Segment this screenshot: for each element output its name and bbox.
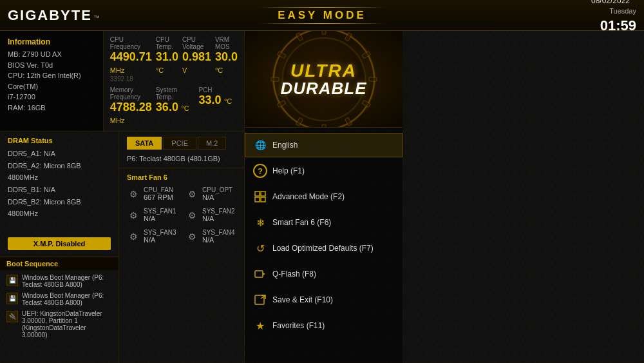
boot-item-1: 💾 Windows Boot Manager (P6: Teclast 480G… [6, 292, 112, 306]
cpu-temp-label: CPU Temp. [156, 36, 178, 50]
menu-item-favorites[interactable]: ★ Favorites (F11) [245, 313, 402, 338]
fan-item-sys2: ⚙ SYS_FAN2 N/A [185, 206, 236, 224]
boot-label-2: UEFI: KingstonDataTraveler 3.00000, Part… [22, 310, 112, 338]
menu-item-help[interactable]: ? Help (F1) [245, 159, 402, 183]
cpu-freq-value: 4490.71 [110, 50, 152, 63]
tab-pcie[interactable]: PCIE [163, 137, 196, 150]
menu-label-defaults: Load Optimized Defaults (F7) [272, 244, 374, 253]
pch-label: PCH [198, 86, 238, 93]
dram-row-0: DDR5_A1: N/A [8, 148, 111, 160]
cpu-freq-sub: 3392.18 [110, 75, 152, 83]
fan-panel: Smart Fan 6 ⚙ CPU_FAN 667 RPM ⚙ [119, 168, 244, 363]
boot-label-1: Windows Boot Manager (P6: Teclast 480GB … [22, 292, 112, 306]
advanced-icon [253, 190, 267, 204]
mode-line-bottom [258, 23, 386, 24]
saveexit-icon [253, 293, 267, 307]
svg-rect-16 [255, 197, 260, 202]
cpu-temp-stat: CPU Temp. 31.0 °C [156, 36, 178, 83]
sys-temp-unit: °C [181, 104, 189, 112]
storage-tabs: SATA PCIE M.2 [127, 137, 236, 150]
left-column: Information MB: Z790 UD AX BIOS Ver. T0d… [0, 31, 245, 363]
cpu-volt-unit: V [182, 66, 187, 74]
menu-label-saveexit: Save & Exit (F10) [272, 295, 333, 304]
bios-registered: ® [632, 0, 636, 1]
mem-freq-label: Memory Frequency [110, 86, 152, 101]
main-area: Information MB: Z790 UD AX BIOS Ver. T0d… [0, 31, 644, 363]
fan-rpm-cpu: 667 RPM [144, 193, 173, 201]
mem-freq-value: 4788.28 [110, 101, 152, 113]
ultra-durable-logo: ULTRA DURABLE [245, 31, 402, 128]
dram-panel: DRAM Status DDR5_A1: N/A DDR5_A2: Micron… [0, 132, 118, 227]
boot-icon-2: 🔌 [6, 311, 18, 322]
right-menu: 🌐 English ? Help (F1) [245, 128, 402, 363]
menu-label-advanced: Advanced Mode (F2) [272, 192, 345, 201]
fan-rpm-sys3: N/A [144, 236, 176, 244]
fan-title: Smart Fan 6 [127, 173, 236, 181]
ultra-text: ULTRA DURABLE [280, 62, 366, 97]
cpu-freq-label: CPU Frequency [110, 36, 152, 50]
cpu-freq-unit: MHz [110, 66, 125, 74]
right-column: ULTRA DURABLE 🌐 English ? Help (F1) [245, 31, 402, 363]
fan-name-cpu: CPU_FAN [144, 186, 173, 193]
mode-title-area: EASY MODE [258, 6, 386, 25]
cpu-volt-value: 0.981 [182, 50, 211, 63]
svg-rect-2 [322, 31, 326, 34]
mem-freq-unit: MHz [110, 117, 125, 124]
menu-item-qflash[interactable]: Q-Flash (F8) [245, 262, 402, 286]
mem-freq-stat: Memory Frequency 4788.28 MHz [110, 86, 152, 126]
cpu-temp-value: 31.0 [156, 50, 178, 63]
fan-icon-sys1: ⚙ [127, 209, 140, 222]
dram-area: DRAM Status DDR5_A1: N/A DDR5_A2: Micron… [0, 132, 119, 363]
boot-label-0: Windows Boot Manager (P6: Teclast 480GB … [22, 274, 112, 288]
fan-item-cpuopt: ⚙ CPU_OPT N/A [185, 184, 236, 203]
cpu2-info: i7-12700 [8, 92, 95, 103]
fan-rpm-cpuopt: N/A [202, 193, 232, 201]
menu-item-defaults[interactable]: ↺ Load Optimized Defaults (F7) [245, 236, 402, 260]
menu-item-english[interactable]: 🌐 English [245, 133, 402, 157]
boot-icon-1: 💾 [6, 293, 18, 304]
dram-title: DRAM Status [8, 137, 111, 144]
fan-name-sys3: SYS_FAN3 [144, 229, 176, 236]
mb-info: MB: Z790 UD AX [8, 49, 95, 60]
fan-name-sys2: SYS_FAN2 [202, 208, 235, 215]
saveexit-icon-svg [254, 295, 266, 305]
date-display: 08/02/2022 ® [591, 0, 636, 6]
cpu-freq-stat: CPU Frequency 4490.71 MHz 3392.18 [110, 36, 152, 83]
pch-value: 33.0 [198, 93, 221, 106]
gigabyte-logo: GIGABYTE ™ [8, 7, 100, 24]
menu-item-advanced[interactable]: Advanced Mode (F2) [245, 184, 402, 209]
vrm-label: VRM MOS [215, 36, 238, 50]
boot-item-2: 🔌 UEFI: KingstonDataTraveler 3.00000, Pa… [6, 310, 112, 338]
vrm-stat: VRM MOS 30.0 °C [215, 36, 238, 83]
fan-grid: ⚙ CPU_FAN 667 RPM ⚙ CPU_OPT N/A [127, 184, 236, 246]
menu-item-saveexit[interactable]: Save & Exit (F10) [245, 288, 402, 312]
fan-icon-sys4: ⚙ [185, 230, 198, 243]
fan-item-cpu: ⚙ CPU_FAN 667 RPM [127, 184, 178, 203]
sys-temp-label: System Temp. [156, 86, 195, 101]
info-title: Information [8, 37, 95, 46]
bottom-left-area: DRAM Status DDR5_A1: N/A DDR5_A2: Micron… [0, 132, 244, 363]
tab-sata[interactable]: SATA [127, 137, 162, 150]
svg-rect-11 [271, 77, 279, 81]
cpu-stats-panel: CPU Frequency 4490.71 MHz 3392.18 CPU Te… [104, 31, 244, 131]
menu-item-smartfan[interactable]: ❄ Smart Fan 6 (F6) [245, 210, 402, 235]
fan-name-sys4: SYS_FAN4 [202, 229, 235, 236]
fan-rpm-sys2: N/A [202, 215, 235, 222]
mode-line-top [258, 7, 386, 8]
dram-row-2: DDR5_B1: N/A [8, 184, 111, 196]
qflash-icon-svg [254, 269, 266, 279]
xmp-area: X.M.P. Disabled [0, 227, 118, 257]
fan-icon-sys2: ⚙ [185, 209, 198, 222]
tab-m2[interactable]: M.2 [198, 137, 226, 150]
vrm-unit: °C [215, 66, 223, 74]
fan-icon-cpuopt: ⚙ [185, 188, 198, 201]
logo-text: GIGABYTE [8, 7, 92, 24]
boot-item-0: 💾 Windows Boot Manager (P6: Teclast 480G… [6, 274, 112, 288]
pch-stat: PCH 33.0 °C [198, 86, 238, 126]
fan-name-sys1: SYS_FAN1 [144, 208, 176, 215]
menu-label-qflash: Q-Flash (F8) [272, 270, 316, 279]
xmp-bar[interactable]: X.M.P. Disabled [8, 237, 111, 250]
svg-rect-14 [255, 191, 260, 196]
cpu-volt-label: CPU Voltage [182, 36, 211, 50]
svg-rect-15 [261, 191, 265, 196]
